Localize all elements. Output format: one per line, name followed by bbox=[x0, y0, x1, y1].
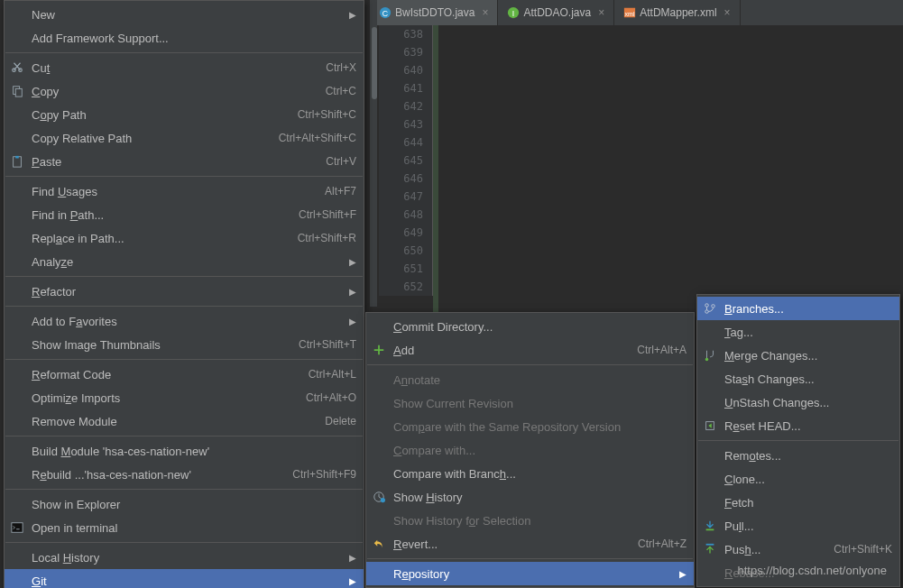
editor-tab[interactable]: IAttDDAO.java× bbox=[498, 0, 614, 25]
menu-item[interactable]: Compare with Branch... bbox=[366, 462, 694, 485]
menu-item[interactable]: Show History bbox=[366, 485, 694, 509]
context-menu-git[interactable]: Commit Directory...AddCtrl+Alt+AAnnotate… bbox=[365, 312, 695, 588]
copy-icon bbox=[10, 84, 24, 98]
menu-item[interactable]: Open in terminal bbox=[5, 516, 364, 539]
revert-icon bbox=[372, 537, 386, 551]
menu-item[interactable]: Stash Changes... bbox=[697, 367, 899, 390]
menu-item[interactable]: Pull... bbox=[697, 514, 899, 537]
menu-item-shortcut: Ctrl+Shift+C bbox=[298, 108, 356, 121]
menu-item[interactable]: Reset HEAD... bbox=[697, 414, 899, 437]
svg-point-14 bbox=[705, 310, 709, 314]
menu-item-label: Stash Changes... bbox=[724, 372, 892, 386]
menu-item[interactable]: Merge Changes... bbox=[697, 344, 899, 367]
submenu-arrow-icon: ▶ bbox=[349, 317, 356, 326]
menu-item-label: Find in Path... bbox=[32, 208, 299, 222]
add-icon bbox=[372, 343, 386, 357]
svg-point-13 bbox=[705, 304, 709, 308]
menu-item-label: Repository bbox=[393, 567, 670, 581]
menu-item[interactable]: Find in Path...Ctrl+Shift+F bbox=[5, 203, 364, 226]
menu-item[interactable]: Analyze▶ bbox=[5, 250, 364, 273]
menu-item[interactable]: Refactor▶ bbox=[5, 280, 364, 303]
menu-item-label: Paste bbox=[32, 155, 326, 169]
menu-item-label: Merge Changes... bbox=[724, 349, 892, 363]
context-menu-repository[interactable]: Branches...Tag...Merge Changes...Stash C… bbox=[696, 294, 900, 587]
menu-item[interactable]: Show Image ThumbnailsCtrl+Shift+T bbox=[5, 333, 364, 356]
menu-item-shortcut: Ctrl+Shift+F bbox=[299, 208, 356, 221]
menu-item-label: Rebuild ...'hsa-ces-nation-new' bbox=[32, 468, 292, 482]
menu-item[interactable]: Commit Directory... bbox=[366, 315, 694, 338]
menu-item[interactable]: Local History▶ bbox=[5, 546, 364, 569]
close-icon[interactable]: × bbox=[482, 6, 488, 19]
editor-tab[interactable]: xmlAttDMapper.xml× bbox=[614, 0, 740, 25]
menu-item[interactable]: Optimize ImportsCtrl+Alt+O bbox=[5, 386, 364, 409]
watermark-url: https://blog.csdn.net/onlyone bbox=[737, 564, 887, 577]
line-number: 641 bbox=[379, 79, 423, 97]
menu-item[interactable]: Repository▶ bbox=[366, 562, 694, 585]
cut-icon bbox=[10, 60, 24, 75]
line-number: 650 bbox=[379, 242, 423, 260]
menu-item-shortcut: Ctrl+Alt+O bbox=[306, 391, 356, 404]
menu-item-label: Commit Directory... bbox=[393, 320, 686, 334]
menu-item-label: Annotate bbox=[393, 373, 686, 387]
menu-item-label: Refactor bbox=[32, 285, 340, 299]
menu-item-shortcut: Ctrl+Alt+Z bbox=[638, 537, 686, 550]
menu-item[interactable]: Add Framework Support... bbox=[5, 26, 364, 50]
menu-item: Show Current Revision bbox=[366, 391, 694, 415]
menu-item-label: Replace in Path... bbox=[32, 232, 298, 245]
submenu-arrow-icon: ▶ bbox=[349, 257, 356, 267]
svg-rect-7 bbox=[15, 88, 22, 96]
menu-item-shortcut: Alt+F7 bbox=[325, 185, 356, 198]
separator bbox=[5, 489, 363, 490]
separator bbox=[5, 52, 363, 53]
line-number: 640 bbox=[379, 61, 423, 79]
menu-item[interactable]: Remove ModuleDelete bbox=[5, 409, 364, 433]
menu-item[interactable]: Tag... bbox=[697, 320, 899, 344]
menu-item-label: Add Framework Support... bbox=[32, 32, 356, 45]
tab-label: BwIstDDTO.java bbox=[395, 6, 475, 19]
menu-item[interactable]: PasteCtrl+V bbox=[5, 150, 364, 173]
menu-item-label: Remove Module bbox=[32, 415, 325, 428]
menu-item[interactable]: Replace in Path...Ctrl+Shift+R bbox=[5, 226, 364, 250]
menu-item[interactable]: Show in Explorer bbox=[5, 492, 364, 516]
push-icon bbox=[703, 542, 717, 556]
line-number: 645 bbox=[379, 152, 423, 170]
menu-item-label: Git bbox=[32, 574, 340, 588]
menu-item[interactable]: Copy Relative PathCtrl+Alt+Shift+C bbox=[5, 126, 364, 150]
menu-item[interactable]: Push...Ctrl+Shift+K bbox=[697, 537, 899, 561]
separator bbox=[5, 276, 363, 277]
context-menu-main[interactable]: New▶Add Framework Support...CutCtrl+XCop… bbox=[4, 0, 364, 588]
menu-item[interactable]: Rebuild ...'hsa-ces-nation-new'Ctrl+Shif… bbox=[5, 463, 364, 486]
menu-item[interactable]: New▶ bbox=[5, 3, 364, 26]
menu-item[interactable]: Build Module 'hsa-ces-nation-new' bbox=[5, 439, 364, 463]
editor-tab[interactable]: CBwIstDDTO.java× bbox=[370, 0, 498, 25]
menu-item[interactable]: Find UsagesAlt+F7 bbox=[5, 179, 364, 203]
menu-item[interactable]: UnStash Changes... bbox=[697, 390, 899, 414]
menu-item-shortcut: Ctrl+Alt+A bbox=[637, 344, 686, 356]
close-icon[interactable]: × bbox=[598, 6, 604, 19]
menu-item: Show History for Selection bbox=[366, 509, 694, 532]
line-number: 649 bbox=[379, 224, 423, 242]
pull-icon bbox=[703, 519, 717, 533]
scrollbar-thumb[interactable] bbox=[372, 27, 377, 99]
menu-item[interactable]: Branches... bbox=[697, 297, 899, 320]
menu-item[interactable]: AddCtrl+Alt+A bbox=[366, 338, 694, 362]
menu-item[interactable]: CutCtrl+X bbox=[5, 56, 364, 79]
menu-item[interactable]: Fetch bbox=[697, 491, 899, 514]
menu-item[interactable]: Copy PathCtrl+Shift+C bbox=[5, 103, 364, 126]
separator bbox=[5, 176, 363, 177]
menu-item-label: Show History bbox=[393, 491, 686, 504]
menu-item-label: Compare with the Same Repository Version bbox=[393, 420, 686, 434]
menu-item[interactable]: Git▶ bbox=[5, 569, 364, 588]
menu-item[interactable]: Remotes... bbox=[697, 444, 899, 467]
tab-label: AttDDAO.java bbox=[523, 6, 591, 19]
menu-item-shortcut: Ctrl+Shift+F9 bbox=[292, 468, 356, 481]
menu-item[interactable]: Clone... bbox=[697, 467, 899, 491]
menu-item[interactable]: Revert...Ctrl+Alt+Z bbox=[366, 532, 694, 556]
menu-item[interactable]: Add to Favorites▶ bbox=[5, 309, 364, 333]
menu-item[interactable]: Reformat CodeCtrl+Alt+L bbox=[5, 363, 364, 386]
tab-label: AttDMapper.xml bbox=[640, 6, 716, 19]
menu-item-shortcut: Ctrl+Shift+K bbox=[834, 543, 892, 556]
submenu-arrow-icon: ▶ bbox=[349, 553, 356, 563]
menu-item[interactable]: CopyCtrl+C bbox=[5, 79, 364, 103]
close-icon[interactable]: × bbox=[724, 6, 731, 19]
